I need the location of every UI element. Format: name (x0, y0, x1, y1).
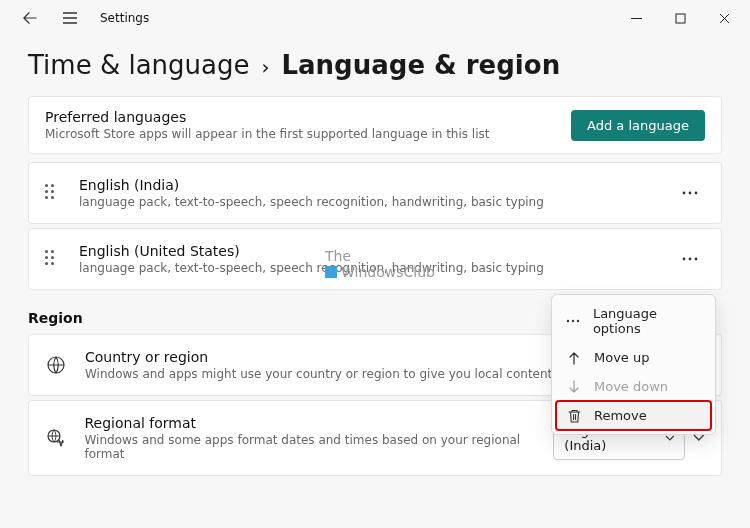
more-horizontal-icon (566, 319, 581, 323)
breadcrumb-sep: › (261, 55, 269, 79)
language-context-menu: Language options Move up Move down Remov… (551, 294, 716, 435)
globe-icon (45, 355, 67, 375)
preferred-languages-sub: Microsoft Store apps will appear in the … (45, 127, 490, 141)
language-features: language pack, text-to-speech, speech re… (79, 261, 544, 275)
app-title: Settings (100, 11, 149, 25)
ctx-label: Move up (594, 350, 650, 365)
add-language-button[interactable]: Add a language (571, 110, 705, 141)
close-button[interactable] (702, 3, 746, 33)
svg-point-9 (567, 320, 569, 322)
drag-handle-icon[interactable] (45, 184, 59, 202)
preferred-languages-header-card: Preferred languages Microsoft Store apps… (28, 96, 722, 154)
language-more-button[interactable] (675, 244, 705, 274)
ctx-move-down: Move down (556, 372, 711, 401)
country-region-text: Country or region Windows and apps might… (85, 349, 552, 381)
minimize-icon (631, 13, 642, 24)
hamburger-icon (63, 12, 77, 24)
svg-point-3 (695, 192, 698, 195)
svg-point-5 (689, 258, 692, 261)
country-region-sub: Windows and apps might use your country … (85, 367, 552, 381)
svg-rect-0 (676, 14, 685, 23)
ctx-remove[interactable]: Remove (556, 401, 711, 430)
svg-point-10 (572, 320, 574, 322)
svg-point-4 (683, 258, 686, 261)
expand-chevron-icon[interactable] (693, 434, 705, 442)
ctx-move-up[interactable]: Move up (556, 343, 711, 372)
language-row[interactable]: English (United States) language pack, t… (28, 228, 722, 290)
regional-format-text: Regional format Windows and some apps fo… (85, 415, 554, 461)
minimize-button[interactable] (614, 3, 658, 33)
language-name: English (United States) (79, 243, 544, 259)
chevron-down-icon (665, 435, 675, 441)
language-features: language pack, text-to-speech, speech re… (79, 195, 544, 209)
svg-point-11 (577, 320, 579, 322)
ctx-language-options[interactable]: Language options (556, 299, 711, 343)
ctx-label: Move down (594, 379, 668, 394)
nav-menu-button[interactable] (54, 3, 86, 33)
svg-point-1 (683, 192, 686, 195)
language-row[interactable]: English (India) language pack, text-to-s… (28, 162, 722, 224)
drag-handle-icon[interactable] (45, 250, 59, 268)
breadcrumb: Time & language › Language & region (0, 36, 750, 96)
window-controls (614, 3, 746, 33)
arrow-down-icon (566, 380, 582, 394)
preferred-languages-text: Preferred languages Microsoft Store apps… (45, 109, 490, 141)
titlebar-left: Settings (4, 3, 149, 33)
language-list: English (India) language pack, text-to-s… (28, 162, 722, 290)
preferred-languages-section: Preferred languages Microsoft Store apps… (0, 96, 750, 290)
svg-point-6 (695, 258, 698, 261)
language-text: English (India) language pack, text-to-s… (79, 177, 544, 209)
globe-translate-icon (45, 428, 67, 448)
language-text: English (United States) language pack, t… (79, 243, 544, 275)
more-horizontal-icon (682, 191, 698, 195)
maximize-icon (675, 13, 686, 24)
svg-point-2 (689, 192, 692, 195)
close-icon (719, 13, 730, 24)
breadcrumb-parent[interactable]: Time & language (28, 50, 249, 80)
trash-icon (566, 409, 582, 423)
maximize-button[interactable] (658, 3, 702, 33)
ctx-label: Language options (593, 306, 701, 336)
country-region-title: Country or region (85, 349, 552, 365)
breadcrumb-current: Language & region (281, 50, 560, 80)
regional-format-title: Regional format (85, 415, 554, 431)
preferred-languages-heading: Preferred languages (45, 109, 490, 125)
language-more-button[interactable] (675, 178, 705, 208)
more-horizontal-icon (682, 257, 698, 261)
back-button[interactable] (14, 3, 46, 33)
ctx-label: Remove (594, 408, 647, 423)
arrow-up-icon (566, 351, 582, 365)
back-arrow-icon (23, 11, 37, 25)
language-name: English (India) (79, 177, 544, 193)
titlebar: Settings (0, 0, 750, 36)
regional-format-sub: Windows and some apps format dates and t… (85, 433, 554, 461)
